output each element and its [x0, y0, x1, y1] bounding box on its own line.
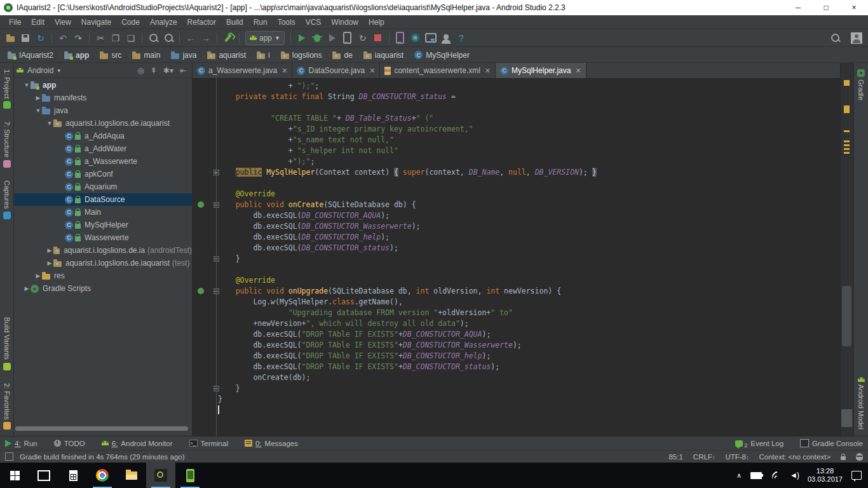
inspections-hector-icon[interactable] — [856, 453, 863, 461]
menu-refactor[interactable]: Refactor — [182, 17, 221, 28]
sync-gradle-icon[interactable] — [408, 31, 423, 45]
stripe-button-2-favorites[interactable]: 2: Favorites — [3, 383, 11, 430]
action-center-icon[interactable] — [851, 471, 862, 480]
taskbar-android-studio-button[interactable] — [146, 463, 175, 488]
fold-marker-icon[interactable]: − — [214, 202, 219, 208]
breadcrumb-item-i[interactable]: i — [254, 51, 273, 60]
fold-marker-icon[interactable]: − — [214, 386, 219, 391]
fold-marker-icon[interactable]: − — [214, 256, 219, 262]
hide-panel-icon[interactable]: ⇤ — [180, 66, 186, 75]
line-separator[interactable]: CRLF↕ — [693, 453, 715, 461]
help-icon[interactable]: ? — [454, 31, 469, 45]
collapse-all-icon[interactable]: ⇞ — [151, 66, 157, 75]
toolwindow-button-todo[interactable]: TODO — [54, 440, 85, 447]
editor-tab-mysqlhelper-java[interactable]: CMySqlHelper.java✕ — [496, 63, 587, 78]
tree-item-aquarist-i-logslions-de-iaquarist[interactable]: ▶aquarist.i.logslions.de.iaquarist(andro… — [14, 244, 192, 257]
copy-icon[interactable]: ❐ — [108, 31, 123, 45]
breadcrumb-item-mysqlhelper[interactable]: CMySqlHelper — [412, 51, 472, 60]
avatar-icon[interactable] — [849, 31, 864, 45]
taskbar-emulator-button[interactable] — [175, 463, 205, 488]
redo-icon[interactable]: ↷ — [71, 31, 86, 45]
warning-stripe-mark[interactable] — [844, 148, 850, 150]
warning-stripe-mark[interactable] — [844, 144, 850, 146]
coverage-icon[interactable] — [325, 31, 340, 45]
taskbar-calculator-button[interactable] — [58, 463, 88, 488]
fold-marker-icon[interactable]: − — [214, 288, 219, 294]
menu-build[interactable]: Build — [221, 17, 248, 28]
tree-item-manifests[interactable]: ▶manifests — [14, 92, 192, 104]
fold-marker-icon[interactable]: + — [214, 170, 219, 175]
taskbar-task-view-button[interactable] — [29, 463, 58, 488]
toolwindow-button-messages[interactable]: 0:Messages — [245, 440, 298, 447]
sdk-manager-icon[interactable] — [423, 31, 438, 45]
file-encoding[interactable]: UTF-8↕ — [725, 453, 749, 461]
stripe-button-7-structure[interactable]: 7: Structure — [3, 121, 11, 168]
menu-file[interactable]: File — [4, 17, 26, 28]
tree-item-aquarist-i-logslions-de-iaquarist[interactable]: ▶aquarist.i.logslions.de.iaquarist(test) — [14, 257, 192, 269]
project-view-selector[interactable]: Android ▾ — [17, 66, 134, 75]
warning-stripe-mark[interactable] — [844, 105, 850, 113]
tree-expand-arrow-icon[interactable]: ▼ — [34, 107, 42, 114]
tray-chevron-up-icon[interactable]: ∧ — [736, 471, 742, 480]
volume-icon[interactable]: ◄) — [790, 471, 799, 480]
tree-item-aquarist-i-logslions-de-iaquarist[interactable]: ▼aquarist.i.logslions.de.iaquarist — [14, 117, 192, 130]
save-icon[interactable] — [18, 31, 33, 45]
breadcrumb-item-java[interactable]: java — [168, 51, 199, 60]
toolwindow-button-terminal[interactable]: >_Terminal — [189, 440, 228, 447]
tree-item-datasource[interactable]: CDataSource — [14, 193, 192, 206]
menu-vcs[interactable]: VCS — [301, 17, 327, 28]
breadcrumb-item-src[interactable]: src — [97, 51, 124, 60]
context-indicator[interactable]: Context: <no context> — [759, 453, 831, 461]
menu-view[interactable]: View — [50, 17, 76, 28]
tree-collapse-arrow-icon[interactable]: ▶ — [46, 247, 53, 254]
lock-icon[interactable] — [841, 456, 846, 460]
run-icon[interactable] — [294, 31, 309, 45]
debug-icon[interactable] — [309, 31, 325, 45]
toolwindow-button-android-monitor[interactable]: 6:Android Monitor — [102, 440, 173, 447]
locate-target-icon[interactable]: ◎ — [137, 66, 144, 75]
tree-expand-arrow-icon[interactable]: ▼ — [46, 120, 53, 126]
wifi-icon[interactable] — [770, 470, 785, 484]
tree-item-main[interactable]: CMain — [14, 206, 192, 219]
menu-navigate[interactable]: Navigate — [76, 17, 116, 28]
taskbar-clock[interactable]: 13:28 03.03.2017 — [808, 467, 843, 484]
attach-icon[interactable] — [340, 31, 355, 45]
tree-collapse-arrow-icon[interactable]: ▶ — [34, 95, 42, 101]
scrollbar-thumb[interactable] — [842, 286, 851, 346]
paste-icon[interactable]: ❏ — [123, 31, 139, 45]
tree-item-a-addaqua[interactable]: Ca_AddAqua — [14, 130, 192, 142]
caret-position[interactable]: 85:1 — [668, 453, 682, 461]
warning-stripe-mark[interactable] — [844, 140, 850, 142]
stripe-button-captures[interactable]: Captures — [3, 180, 11, 219]
tree-item-a-wasserwerte[interactable]: Ca_Wasserwerte — [14, 155, 192, 168]
minimize-button[interactable]: ─ — [784, 0, 812, 15]
warning-stripe-mark[interactable] — [844, 152, 850, 154]
tree-item-wasserwerte[interactable]: CWasserwerte — [14, 231, 192, 244]
stripe-button-gradle[interactable]: Gradle — [857, 69, 865, 100]
tab-close-icon[interactable]: ✕ — [369, 67, 375, 75]
menu-edit[interactable]: Edit — [26, 17, 50, 28]
tree-item-java[interactable]: ▼java — [14, 104, 192, 117]
tree-item-a-addwater[interactable]: Ca_AddWater — [14, 142, 192, 155]
breadcrumb-item-iaquarist2[interactable]: IAquarist2 — [5, 51, 56, 60]
tree-item-apkconf[interactable]: CapkConf — [14, 168, 192, 180]
undo-icon[interactable]: ↶ — [55, 31, 71, 45]
editor-tab-content-wasserwerte-xml[interactable]: content_wasserwerte.xml✕ — [380, 63, 496, 78]
menu-tools[interactable]: Tools — [273, 17, 301, 28]
code-editor[interactable]: + ");"; private static final String DB_C… — [193, 78, 841, 436]
toolwindow-button-run[interactable]: 4:Run — [5, 440, 37, 447]
tree-item-app[interactable]: ▼app — [14, 79, 192, 92]
back-icon[interactable]: ← — [183, 31, 198, 45]
project-horizontal-scrollbar[interactable] — [15, 426, 188, 431]
attach-android-icon[interactable] — [438, 31, 454, 45]
tab-close-icon[interactable]: ✕ — [575, 67, 581, 75]
tree-item-gradle-scripts[interactable]: ▶Gradle Scripts — [14, 282, 192, 295]
make-icon[interactable] — [220, 31, 236, 45]
breadcrumb-item-iaquarist[interactable]: iaquarist — [361, 51, 406, 60]
tree-expand-arrow-icon[interactable]: ▼ — [23, 82, 31, 88]
menu-window[interactable]: Window — [326, 17, 363, 28]
stripe-button-android-model[interactable]: Android Model — [857, 377, 865, 430]
menu-run[interactable]: Run — [248, 17, 273, 28]
toolwindow-button-gradle-console[interactable]: Gradle Console — [800, 439, 863, 447]
find-icon[interactable] — [146, 31, 161, 45]
